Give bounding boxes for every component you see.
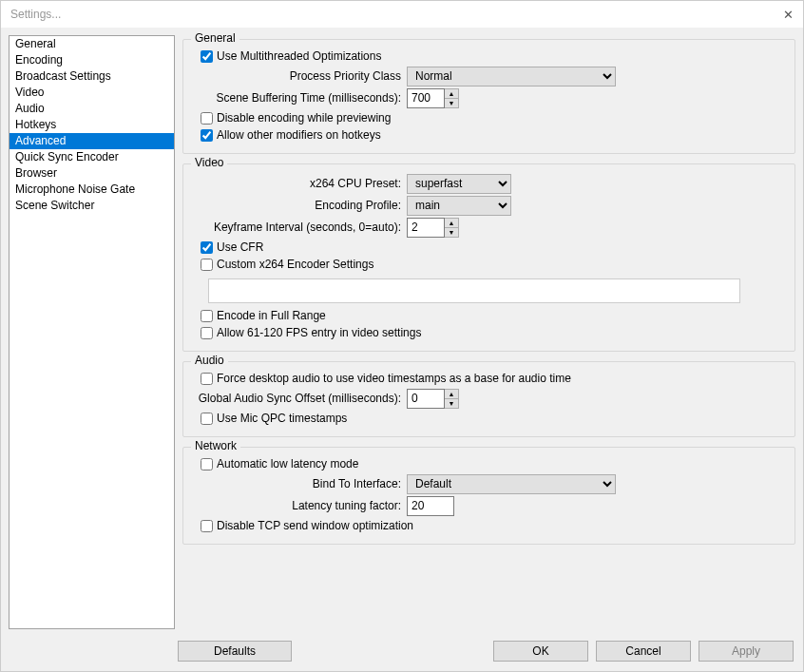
sidebar-item-encoding[interactable]: Encoding [10, 52, 174, 68]
input-latency-factor[interactable] [407, 496, 454, 516]
label-disable-tcp: Disable TCP send window optimization [217, 519, 413, 532]
label-cfr: Use CFR [217, 240, 263, 254]
checkbox-fps120[interactable] [201, 327, 213, 339]
window-title: Settings... [10, 8, 61, 21]
label-fullrange: Encode in Full Range [217, 309, 326, 322]
close-icon[interactable]: ✕ [783, 8, 794, 22]
sidebar-item-general[interactable]: General [10, 36, 174, 52]
group-video: Video x264 CPU Preset: superfast Encodin… [182, 163, 795, 352]
settings-window: Settings... ✕ General Encoding Broadcast… [0, 0, 804, 672]
checkbox-qpc[interactable] [201, 413, 213, 425]
label-keyframe: Keyframe Interval (seconds, 0=auto): [193, 221, 407, 234]
checkbox-fullrange[interactable] [201, 310, 213, 322]
group-general: General Use Multithreaded Optimizations … [182, 39, 795, 154]
sidebar-item-browser[interactable]: Browser [10, 165, 174, 182]
sidebar-item-hotkeys[interactable]: Hotkeys [10, 117, 174, 133]
spinner-sync[interactable]: ▲▼ [445, 389, 459, 409]
defaults-button[interactable]: Defaults [178, 641, 292, 662]
select-preset[interactable]: superfast [407, 174, 511, 194]
body: General Encoding Broadcast Settings Vide… [1, 28, 803, 637]
label-priority: Process Priority Class [193, 69, 407, 83]
input-custom-x264[interactable] [208, 278, 740, 303]
label-multithreaded: Use Multithreaded Optimizations [217, 49, 381, 63]
label-force-ts: Force desktop audio to use video timesta… [217, 372, 571, 385]
label-profile: Encoding Profile: [193, 199, 407, 212]
label-qpc: Use Mic QPC timestamps [217, 412, 347, 425]
label-allow-modifiers: Allow other modifiers on hotkeys [217, 128, 381, 142]
checkbox-multithreaded[interactable] [201, 50, 213, 63]
spinner-keyframe[interactable]: ▲▼ [445, 218, 459, 238]
input-buffering[interactable] [407, 88, 445, 108]
ok-button[interactable]: OK [493, 641, 588, 662]
group-network-title: Network [191, 439, 240, 452]
select-priority[interactable]: Normal [407, 67, 616, 86]
label-sync-offset: Global Audio Sync Offset (milliseconds): [193, 392, 407, 405]
label-custom-x264: Custom x264 Encoder Settings [217, 258, 373, 271]
group-audio-title: Audio [191, 354, 228, 367]
select-profile[interactable]: main [407, 196, 511, 216]
group-network: Network Automatic low latency mode Bind … [182, 447, 795, 545]
select-bind-interface[interactable]: Default [407, 474, 616, 494]
label-auto-low-lat: Automatic low latency mode [217, 457, 358, 470]
checkbox-disable-encoding[interactable] [201, 112, 213, 125]
label-latency-factor: Latency tuning factor: [193, 499, 407, 512]
sidebar-item-audio[interactable]: Audio [10, 101, 174, 117]
label-bind-interface: Bind To Interface: [193, 477, 407, 490]
sidebar-item-broadcast[interactable]: Broadcast Settings [10, 68, 174, 85]
checkbox-auto-low-lat[interactable] [201, 458, 213, 470]
label-buffering: Scene Buffering Time (milliseconds): [193, 91, 407, 105]
content-panel: General Use Multithreaded Optimizations … [182, 35, 795, 629]
input-sync-offset[interactable] [407, 389, 445, 409]
sidebar-item-advanced[interactable]: Advanced [10, 133, 174, 149]
footer: Defaults OK Cancel Apply [1, 637, 803, 671]
sidebar-item-quicksync[interactable]: Quick Sync Encoder [10, 149, 174, 165]
label-disable-encoding: Disable encoding while previewing [217, 111, 391, 125]
checkbox-allow-modifiers[interactable] [201, 129, 213, 142]
group-general-title: General [191, 31, 239, 45]
checkbox-force-ts[interactable] [201, 373, 213, 385]
label-preset: x264 CPU Preset: [193, 177, 407, 190]
input-keyframe[interactable] [407, 218, 445, 238]
checkbox-disable-tcp[interactable] [201, 520, 213, 532]
group-video-title: Video [191, 156, 227, 169]
group-audio: Audio Force desktop audio to use video t… [182, 361, 795, 437]
cancel-button[interactable]: Cancel [596, 641, 691, 662]
sidebar-item-video[interactable]: Video [10, 85, 174, 101]
spinner-buffering[interactable]: ▲▼ [445, 88, 459, 108]
sidebar-item-scene-switcher[interactable]: Scene Switcher [10, 198, 174, 214]
titlebar: Settings... ✕ [1, 1, 803, 28]
apply-button[interactable]: Apply [699, 641, 794, 662]
checkbox-cfr[interactable] [201, 241, 213, 254]
nav-sidebar: General Encoding Broadcast Settings Vide… [9, 35, 175, 629]
label-fps120: Allow 61-120 FPS entry in video settings [217, 326, 421, 339]
sidebar-item-noise-gate[interactable]: Microphone Noise Gate [10, 182, 174, 198]
checkbox-custom-x264[interactable] [201, 259, 213, 271]
